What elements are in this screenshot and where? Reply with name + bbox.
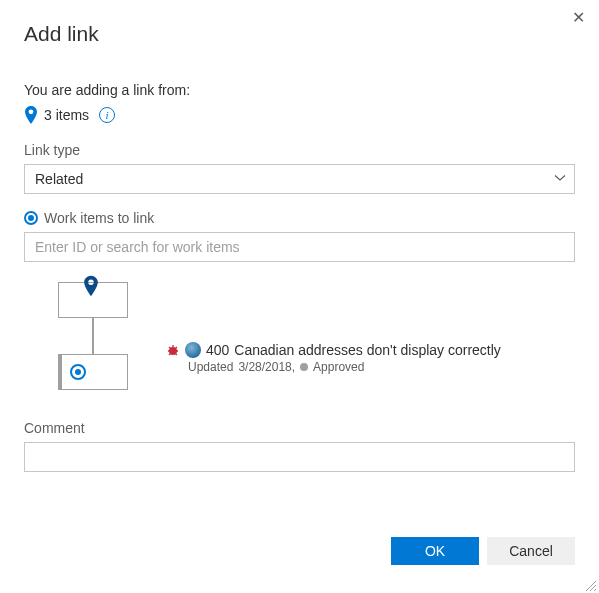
chevron-down-icon	[554, 171, 566, 187]
work-item-title: Canadian addresses don't display correct…	[234, 342, 501, 358]
diagram-source-node	[58, 282, 128, 318]
updated-prefix: Updated	[188, 360, 233, 374]
pin-icon	[24, 106, 38, 124]
items-count: 3 items	[44, 107, 89, 123]
work-items-label: Work items to link	[44, 210, 154, 226]
target-icon	[24, 211, 38, 225]
work-items-search-input[interactable]	[24, 232, 575, 262]
link-diagram	[44, 272, 134, 392]
work-item-state: Approved	[313, 360, 364, 374]
state-dot-icon	[300, 363, 308, 371]
info-icon[interactable]: i	[99, 107, 115, 123]
cancel-button[interactable]: Cancel	[487, 537, 575, 565]
linked-work-item[interactable]: 400 Canadian addresses don't display cor…	[166, 342, 575, 392]
dialog-title: Add link	[24, 22, 575, 46]
work-item-id: 400	[206, 342, 229, 358]
bug-icon	[166, 343, 180, 357]
ok-button[interactable]: OK	[391, 537, 479, 565]
close-button[interactable]: ✕	[572, 10, 585, 26]
resize-grip-icon[interactable]	[585, 579, 597, 591]
intro-text: You are adding a link from:	[24, 82, 575, 98]
link-type-label: Link type	[24, 142, 575, 158]
comment-label: Comment	[24, 420, 575, 436]
comment-input[interactable]	[24, 442, 575, 472]
close-icon: ✕	[572, 9, 585, 26]
diagram-connector	[92, 318, 94, 354]
diagram-target-node	[58, 354, 128, 390]
target-icon	[70, 364, 86, 380]
link-type-select[interactable]: Related	[24, 164, 575, 194]
link-type-value: Related	[35, 171, 83, 187]
pin-icon	[83, 275, 99, 300]
avatar	[185, 342, 201, 358]
updated-date: 3/28/2018,	[238, 360, 295, 374]
